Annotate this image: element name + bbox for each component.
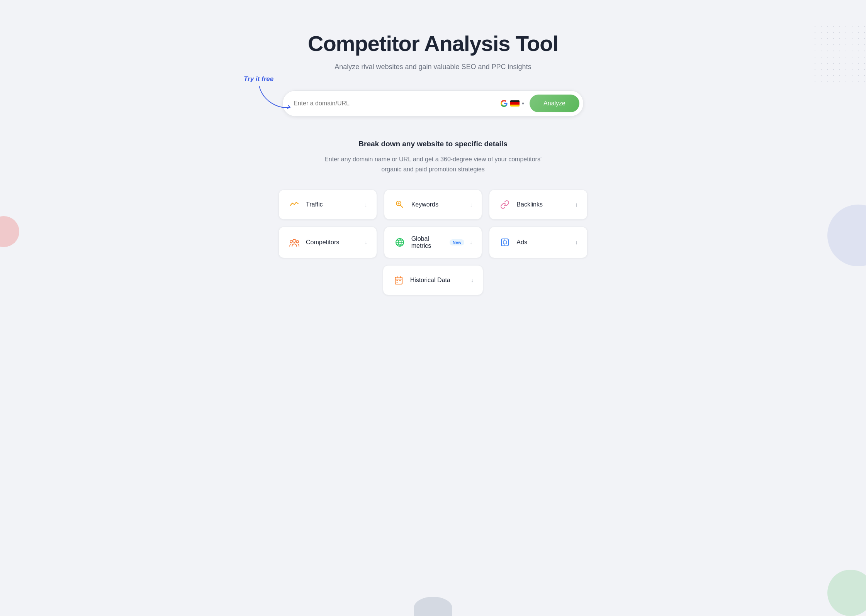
ads-label: Ads: [516, 239, 570, 246]
historical-data-icon: [392, 274, 405, 286]
feature-card-keywords[interactable]: Keywords ↓: [384, 190, 482, 220]
feature-card-global-metrics[interactable]: Global metrics New ↓: [384, 227, 482, 258]
try-it-free-label[interactable]: Try it free: [244, 75, 273, 83]
decorative-circle-green: [827, 570, 866, 616]
analyze-button[interactable]: Analyze: [530, 95, 579, 112]
backlinks-label: Backlinks: [516, 201, 570, 208]
search-section: ▾ Analyze: [236, 90, 630, 117]
global-metrics-icon: [394, 236, 406, 249]
domain-input[interactable]: [294, 100, 495, 107]
competitors-arrow-icon: ↓: [365, 239, 367, 245]
traffic-arrow-icon: ↓: [365, 201, 367, 208]
ads-icon: [499, 236, 511, 249]
svg-line-1: [400, 205, 403, 208]
traffic-icon: [288, 198, 301, 211]
decorative-circle-blue: [827, 205, 866, 266]
svg-rect-12: [503, 241, 506, 244]
feature-card-competitors[interactable]: Competitors ↓: [278, 227, 377, 258]
backlinks-arrow-icon: ↓: [575, 201, 578, 208]
google-icon: [500, 100, 508, 107]
global-metrics-label: Global metrics: [411, 235, 443, 249]
keywords-icon: [394, 198, 406, 211]
engine-selector[interactable]: ▾: [495, 96, 530, 110]
svg-point-4: [293, 239, 296, 242]
breakdown-title: Break down any website to specific detai…: [236, 140, 630, 148]
competitors-label: Competitors: [306, 239, 359, 246]
page-title: Competitor Analysis Tool: [236, 31, 630, 56]
keywords-label: Keywords: [411, 201, 465, 208]
svg-rect-15: [395, 277, 402, 284]
traffic-label: Traffic: [306, 201, 359, 208]
breakdown-section: Break down any website to specific detai…: [236, 140, 630, 174]
feature-card-traffic[interactable]: Traffic ↓: [278, 190, 377, 220]
page-subtitle: Analyze rival websites and gain valuable…: [236, 63, 630, 71]
keywords-arrow-icon: ↓: [470, 201, 472, 208]
decorative-circle-pink: [0, 216, 19, 247]
svg-point-6: [296, 240, 299, 243]
global-metrics-arrow-icon: ↓: [470, 239, 472, 245]
try-it-free-annotation[interactable]: Try it free: [244, 75, 273, 83]
new-badge: New: [450, 239, 465, 245]
historical-data-arrow-icon: ↓: [471, 277, 474, 283]
feature-card-ads[interactable]: Ads ↓: [489, 227, 588, 258]
breakdown-desc: Enter any domain name or URL and get a 3…: [236, 154, 630, 174]
historical-data-label: Historical Data: [410, 277, 466, 284]
search-bar: ▾ Analyze: [282, 90, 584, 117]
feature-card-historical-data[interactable]: Historical Data ↓: [383, 265, 484, 295]
backlinks-icon: [499, 198, 511, 211]
feature-cards-container: Traffic ↓ Keywords ↓: [278, 190, 588, 295]
germany-flag: [510, 100, 520, 107]
svg-point-5: [290, 240, 292, 243]
feature-card-backlinks[interactable]: Backlinks ↓: [489, 190, 588, 220]
decorative-dots: [812, 23, 866, 85]
competitors-icon: [288, 236, 301, 249]
chevron-down-icon: ▾: [522, 101, 524, 106]
try-it-free-arrow: [255, 82, 294, 113]
ads-arrow-icon: ↓: [575, 239, 578, 245]
decorative-circle-gray: [414, 597, 452, 616]
